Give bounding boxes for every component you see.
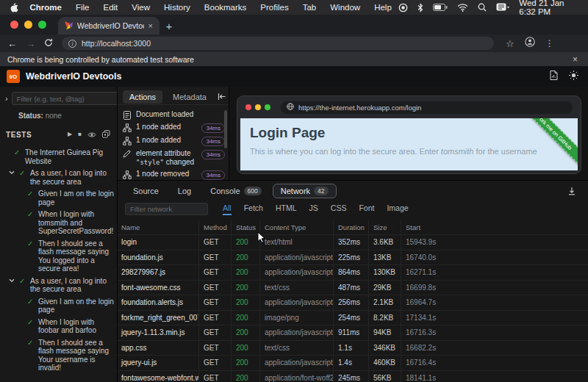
chrome-menu-icon[interactable]: ⋮ [545,38,554,48]
menu-item-window[interactable]: Window [330,3,360,12]
bluetooth-icon[interactable] [417,3,423,12]
record-session-icon[interactable] [102,128,110,141]
filter-all[interactable]: All [223,203,232,215]
run-tests-play-icon[interactable]: ▶ [68,131,72,137]
cell-name: foundation.js [118,251,198,265]
tree-item[interactable]: ✓Then I should see a flash message sayin… [0,339,117,372]
menu-item-chrome[interactable]: Chrome [30,3,62,12]
table-row[interactable]: font-awesome.cssGET200text/css487ms29KB1… [118,281,588,296]
tree-item[interactable]: ✓Given I am on the login page [0,190,117,206]
bookmark-star-icon[interactable]: ☆ [506,38,514,49]
tab-log[interactable]: Log [170,184,199,198]
menu-item-bookmarks[interactable]: Bookmarks [204,3,247,12]
wifi-icon[interactable] [457,4,468,12]
report-file-icon[interactable] [550,70,558,83]
tree-item[interactable]: ✓Then I should see a flash message sayin… [0,239,117,273]
column-header-size[interactable]: Size [368,220,401,234]
tab-actions[interactable]: Actions [123,90,162,104]
tree-item-label: As a user, I can log into the secure are… [30,169,115,186]
input-source-icon[interactable] [496,3,509,12]
profile-avatar-icon[interactable] [525,37,535,50]
menu-item-file[interactable]: File [76,3,90,12]
action-item[interactable]: element attribute "style" changed34ms [122,148,225,168]
reload-icon[interactable] [44,37,53,50]
infobar-close-icon[interactable]: × [573,54,581,65]
column-header-duration[interactable]: Duration [333,220,368,234]
actions-tabs: ActionsMetadata [118,87,229,105]
tab-console[interactable]: Console600 [202,184,270,198]
actions-scrollbar[interactable] [224,110,227,148]
table-row[interactable]: jquery-ui.jsGET200application/javascript… [118,356,588,371]
stop-tests-icon[interactable]: ■ [78,131,82,137]
site-info-icon[interactable]: i [68,40,76,48]
action-item[interactable]: 1 node added34ms [122,121,225,134]
spotlight-search-icon[interactable] [478,3,487,12]
column-header-method[interactable]: Method [198,220,231,234]
tree-item[interactable]: ✓As a user, I can log into the secure ar… [0,277,117,294]
cell-name: foundation.alerts.js [118,295,198,310]
window-minimize-button[interactable] [24,21,32,29]
action-item[interactable]: 1 node added34ms [122,134,225,148]
back-icon[interactable]: ← [7,39,17,48]
menu-item-edit[interactable]: Edit [103,3,118,12]
preview-minimize-button [255,104,261,110]
download-icon[interactable] [567,187,581,195]
passed-check-icon: ✓ [19,169,27,186]
chevron-down-icon[interactable] [7,277,16,294]
menubar-clock[interactable]: Wed 21 Jan 6:32 PM [519,0,581,16]
table-row[interactable]: loginGET200text/html352ms3.6KB15943.9s [118,235,588,251]
network-filter-input[interactable] [125,203,208,215]
column-header-name[interactable]: Name [118,220,198,234]
apple-menu-icon[interactable] [10,3,18,12]
table-header-row: NameMethodStatusContent TypeDurationSize… [118,220,588,235]
table-row[interactable]: foundation.alerts.jsGET200application/ja… [118,295,588,311]
chevron-down-icon[interactable] [7,169,16,186]
tab-network[interactable]: Network42 [273,184,337,198]
collapse-panel-icon[interactable] [217,93,226,101]
watch-eye-icon[interactable] [87,128,96,141]
window-close-button[interactable] [10,21,18,29]
tree-item[interactable]: ✓The Internet Guinea Pig Website [0,148,117,165]
filter-font[interactable]: Font [359,203,374,215]
address-bar[interactable]: i http://localhost:3000 [62,37,494,50]
column-header-content-type[interactable]: Content Type [259,220,333,234]
tree-item[interactable]: ✓When I login with tomsmith and SuperSec… [0,210,117,236]
tree-item[interactable]: ✓Given I am on the login page [0,298,117,314]
filter-js[interactable]: JS [309,203,318,215]
tree-item[interactable]: ✓As a user, I can log into the secure ar… [0,169,117,186]
sidebar-collapse-icon[interactable]: › [5,94,8,103]
tab-label: Log [178,187,191,195]
tab-source[interactable]: Source [125,184,167,198]
battery-icon[interactable] [433,4,448,11]
table-row[interactable]: foundation.jsGET200application/javascrip… [118,251,588,266]
table-row[interactable]: jquery-1.11.3.min.jsGET200application/ja… [118,325,588,341]
action-item[interactable]: Document loaded [122,109,225,121]
menu-item-history[interactable]: History [164,3,190,12]
filter-fetch[interactable]: Fetch [244,203,263,215]
window-zoom-button[interactable] [38,21,46,29]
tab-metadata[interactable]: Metadata [166,90,213,104]
column-header-status[interactable]: Status [231,220,259,234]
menu-item-view[interactable]: View [132,3,150,12]
cell-duration: 225ms [333,251,368,265]
filter-image[interactable]: Image [387,203,408,215]
tab-close-icon[interactable]: × [148,21,153,30]
table-row[interactable]: fontawesome-webfont.wof...GET200applicat… [118,371,588,382]
table-row[interactable]: 298279967.jsGET200application/javascript… [118,265,588,281]
menu-item-tab[interactable]: Tab [303,3,317,12]
filter-css[interactable]: CSS [331,203,347,215]
table-row[interactable]: forkme_right_green_0072...GET200image/pn… [118,311,588,326]
menu-item-profiles[interactable]: Profiles [260,3,288,12]
browser-tab[interactable]: WebdriverIO Devtools × [58,17,159,35]
forward-icon[interactable]: → [26,39,35,48]
tree-item[interactable]: ✓When I login with foobar and barfoo [0,318,117,335]
new-tab-button[interactable]: + [159,17,179,35]
record-status-icon[interactable] [398,3,408,12]
theme-toggle-sun-icon[interactable] [569,70,578,83]
filter-html[interactable]: HTML [276,203,297,215]
table-row[interactable]: app.cssGET200text/css1.1s346KB16682.2s [118,341,588,356]
column-header-start[interactable]: Start [401,220,588,234]
tests-filter-input[interactable] [12,92,118,105]
action-item[interactable]: 1 node removed34ms [122,168,225,180]
menu-item-help[interactable]: Help [374,3,392,12]
